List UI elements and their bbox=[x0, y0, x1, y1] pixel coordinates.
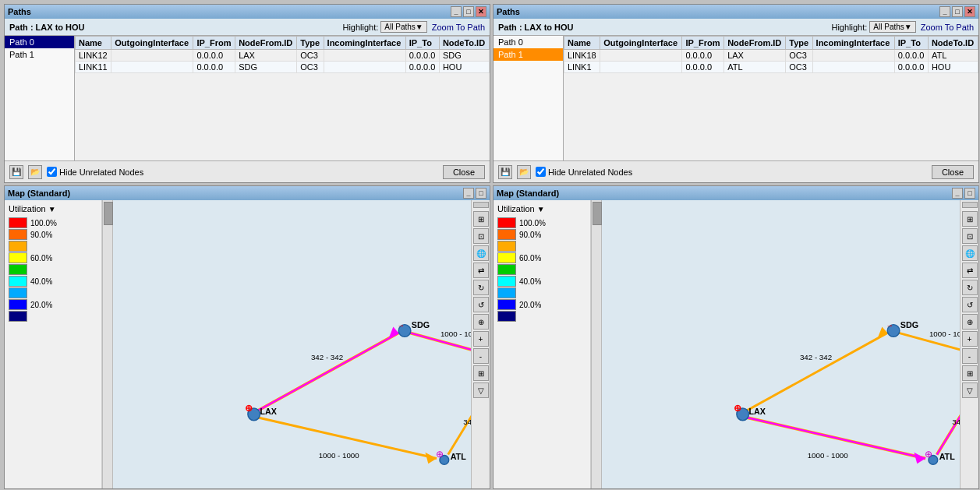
right-tool-select-all-btn[interactable]: ⊞ bbox=[962, 365, 978, 381]
left-hide-unrelated-text: Hide Unrelated Nodes bbox=[59, 167, 143, 177]
right-hide-unrelated-checkbox[interactable] bbox=[536, 167, 546, 177]
left-paths-maximize-btn[interactable]: □ bbox=[463, 6, 474, 17]
left-table-cell-type: OC3 bbox=[297, 50, 324, 62]
left-legend-100: 100.0% bbox=[9, 217, 97, 228]
right-map-title-bar: Map (Standard) _ □ bbox=[494, 186, 978, 200]
left-table-cell-outgoinginterface bbox=[111, 62, 193, 73]
right-open-icon-btn[interactable]: 📂 bbox=[517, 165, 531, 179]
left-util-dropdown-arrow[interactable]: ▼ bbox=[48, 205, 56, 213]
left-paths-header-right: Highlight: All Paths ▼ Zoom To Path bbox=[342, 21, 485, 33]
left-tool-zoom-out-btn[interactable]: - bbox=[473, 348, 489, 364]
left-paths-minimize-btn[interactable]: _ bbox=[451, 6, 462, 17]
right-util-dropdown-arrow[interactable]: ▼ bbox=[537, 205, 545, 213]
left-hide-unrelated-label[interactable]: Hide Unrelated Nodes bbox=[47, 167, 143, 177]
left-table-cell-type: OC3 bbox=[297, 62, 324, 73]
right-map-minimize-btn[interactable]: _ bbox=[952, 188, 963, 199]
right-legend-label-60: 60.0% bbox=[519, 254, 541, 263]
left-map-canvas[interactable]: 342 - 342 1000 - 1000 1000 - 1000 342 - … bbox=[113, 200, 471, 488]
left-legend-color-darkblue bbox=[9, 311, 27, 322]
right-paths-minimize-btn[interactable]: _ bbox=[939, 6, 950, 17]
left-zoom-to-path-btn[interactable]: Zoom To Path bbox=[432, 23, 485, 32]
left-open-icon-btn[interactable]: 📂 bbox=[28, 165, 42, 179]
right-paths-maximize-btn[interactable]: □ bbox=[952, 6, 963, 17]
right-tool-nodes-btn[interactable]: ⊡ bbox=[962, 228, 978, 244]
left-tool-fit-btn[interactable]: ⊞ bbox=[473, 211, 489, 227]
left-path-item-0[interactable]: Path 0 bbox=[5, 36, 74, 48]
right-map-scrollbar-y[interactable] bbox=[591, 200, 602, 488]
left-map-maximize-btn[interactable]: □ bbox=[476, 188, 486, 199]
left-map-window: Map (Standard) _ □ Utilization ▼ 100.0% … bbox=[4, 185, 490, 489]
left-table-cell-nodefrom_id: LAX bbox=[235, 50, 297, 62]
left-col-incoming: IncomingInterface bbox=[324, 37, 405, 50]
left-tool-globe-btn[interactable]: 🌐 bbox=[473, 245, 489, 261]
right-legend-label-90: 90.0% bbox=[519, 231, 541, 239]
right-path-item-1[interactable]: Path 1 bbox=[494, 48, 563, 61]
left-paths-close-btn[interactable]: ✕ bbox=[476, 6, 486, 17]
left-tool-select-all-btn[interactable]: ⊞ bbox=[473, 365, 489, 381]
left-map-body: Utilization ▼ 100.0% 90.0% 60. bbox=[5, 200, 490, 488]
left-legend-color-60 bbox=[9, 252, 27, 263]
right-legend-color-40 bbox=[497, 276, 516, 287]
left-col-outgoing: OutgoingInterface bbox=[111, 37, 193, 50]
right-legend-color-100 bbox=[497, 217, 516, 228]
right-map-maximize-btn[interactable]: □ bbox=[964, 188, 975, 199]
right-footer-left: 💾 📂 Hide Unrelated Nodes bbox=[498, 165, 632, 179]
left-paths-window: Paths _ □ ✕ Path : LAX to HOU Highlight:… bbox=[4, 4, 490, 183]
right-path-item-0[interactable]: Path 0 bbox=[494, 36, 563, 48]
right-link-atl-hou-bg bbox=[937, 367, 960, 454]
left-tool-rotate-ccw-btn[interactable]: ↺ bbox=[473, 297, 489, 312]
left-hide-unrelated-checkbox[interactable] bbox=[47, 167, 57, 177]
left-save-icon-btn[interactable]: 💾 bbox=[9, 165, 23, 179]
right-tool-layer-btn[interactable]: ⊕ bbox=[962, 314, 978, 330]
left-highlight-value[interactable]: All Paths ▼ bbox=[380, 21, 426, 33]
left-table-cell-ip_from: 0.0.0.0 bbox=[193, 50, 235, 62]
right-tool-globe-btn[interactable]: 🌐 bbox=[962, 245, 978, 261]
right-highlight-dropdown[interactable]: Highlight: All Paths ▼ bbox=[831, 21, 915, 33]
left-table-cell-incominginterface bbox=[324, 62, 405, 73]
right-table-row: LINK10.0.0.0ATLOC30.0.0.0HOU bbox=[564, 62, 978, 73]
right-legend-label-40: 40.0% bbox=[519, 277, 541, 286]
right-map-window: Map (Standard) _ □ Utilization ▼ 100.0% … bbox=[493, 185, 979, 489]
right-highlight-value[interactable]: All Paths ▼ bbox=[869, 21, 915, 33]
right-tool-rotate-ccw-btn[interactable]: ↺ bbox=[962, 297, 978, 312]
right-tool-fit-btn[interactable]: ⊞ bbox=[962, 211, 978, 227]
right-tool-zoom-in-btn[interactable]: + bbox=[962, 331, 978, 347]
left-map-minimize-btn[interactable]: _ bbox=[463, 188, 474, 199]
right-highlight-label: Highlight: bbox=[831, 23, 867, 32]
right-scrollbar-thumb[interactable] bbox=[593, 202, 602, 225]
left-table-cell-nodeto_id: SDG bbox=[439, 50, 489, 62]
left-path-table: Name OutgoingInterface IP_From NodeFrom.… bbox=[75, 36, 490, 73]
left-path-item-1[interactable]: Path 1 bbox=[5, 48, 74, 61]
left-tool-nodes-btn[interactable]: ⊡ bbox=[473, 228, 489, 244]
left-col-ip-from: IP_From bbox=[193, 37, 235, 50]
left-table-cell-name: LINK11 bbox=[76, 62, 111, 73]
right-map-canvas[interactable]: 342 - 342 1000 - 1000 1000 - 1000 342 - … bbox=[602, 200, 960, 488]
right-hide-unrelated-label[interactable]: Hide Unrelated Nodes bbox=[536, 167, 632, 177]
right-paths-body: Path 0 Path 1 Name OutgoingInterface IP_… bbox=[494, 36, 978, 160]
right-legend-color-orange2 bbox=[497, 241, 516, 252]
right-table-cell-ip_from: 0.0.0.0 bbox=[682, 62, 724, 73]
right-col-node-to: NodeTo.ID bbox=[928, 37, 978, 50]
left-tool-bottom-btn[interactable]: ▽ bbox=[473, 382, 489, 398]
left-toolbar-top-spacer bbox=[473, 202, 489, 208]
right-close-btn-footer[interactable]: Close bbox=[932, 165, 974, 179]
right-save-icon-btn[interactable]: 💾 bbox=[498, 165, 512, 179]
right-zoom-to-path-btn[interactable]: Zoom To Path bbox=[921, 23, 974, 32]
right-tool-rotate-cw-btn[interactable]: ↻ bbox=[962, 280, 978, 295]
left-highlight-dropdown[interactable]: Highlight: All Paths ▼ bbox=[342, 21, 426, 33]
left-tool-layer-btn[interactable]: ⊕ bbox=[473, 314, 489, 330]
left-tool-exchange-btn[interactable]: ⇄ bbox=[473, 263, 489, 278]
left-table-cell-ip_to: 0.0.0.0 bbox=[405, 62, 439, 73]
left-tool-zoom-in-btn[interactable]: + bbox=[473, 331, 489, 347]
left-map-scrollbar-y[interactable] bbox=[102, 200, 113, 488]
left-scrollbar-thumb[interactable] bbox=[104, 202, 113, 225]
left-legend-label-40: 40.0% bbox=[30, 277, 52, 286]
left-tool-rotate-cw-btn[interactable]: ↻ bbox=[473, 280, 489, 295]
right-tool-bottom-btn[interactable]: ▽ bbox=[962, 382, 978, 398]
right-map-window-buttons: _ □ bbox=[952, 188, 975, 199]
right-map-body: Utilization ▼ 100.0% 90.0% 60. bbox=[494, 200, 978, 488]
left-close-btn-footer[interactable]: Close bbox=[443, 165, 485, 179]
right-tool-exchange-btn[interactable]: ⇄ bbox=[962, 263, 978, 278]
right-paths-close-btn[interactable]: ✕ bbox=[964, 6, 975, 17]
right-tool-zoom-out-btn[interactable]: - bbox=[962, 348, 978, 364]
